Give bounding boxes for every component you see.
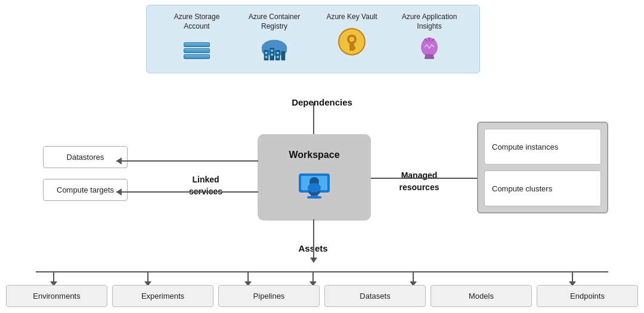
environments-box: Environments (6, 285, 107, 307)
dep-item-keyvault: Azure Key Vault (322, 13, 382, 57)
storage-icon (182, 36, 212, 66)
dep-item-storage: Azure Storage Account (167, 13, 227, 66)
datasets-box: Datasets (324, 285, 426, 307)
dep-down-arrow (313, 103, 314, 135)
managed-resources-box: Compute instances Compute clusters (477, 122, 608, 213)
linked-services-label: Linkedservices (170, 174, 242, 197)
compute-clusters-box: Compute clusters (484, 171, 601, 206)
assets-horiz-line (36, 271, 608, 272)
compute-instances-box: Compute instances (484, 129, 601, 165)
pipelines-box: Pipelines (218, 285, 320, 307)
keyvault-icon (337, 27, 367, 57)
assets-row: Environments Experiments Pipelines Datas… (6, 285, 638, 307)
arrow-to-compute (116, 191, 258, 193)
dep-storage-label: Azure Storage Account (167, 13, 227, 31)
svg-point-30 (308, 183, 321, 193)
endpoints-box: Endpoints (537, 285, 638, 307)
insights-icon (414, 36, 444, 66)
svg-rect-17 (353, 47, 355, 49)
svg-rect-8 (265, 56, 268, 58)
registry-icon (259, 36, 289, 66)
arrow-endpoints (572, 271, 573, 282)
workspace-label: Workspace (289, 150, 339, 160)
linked-services-items: Datastores Compute targets (43, 146, 128, 201)
arrow-to-datastores (116, 160, 258, 162)
svg-rect-5 (275, 50, 280, 60)
svg-rect-3 (264, 50, 269, 60)
svg-rect-11 (277, 52, 279, 54)
svg-point-15 (349, 37, 354, 42)
svg-rect-6 (281, 51, 286, 60)
workspace-person-icon (293, 165, 336, 205)
workspace-box: Workspace (258, 134, 371, 221)
arrow-environments (53, 271, 54, 282)
datastores-box: Datastores (43, 146, 128, 168)
managed-resources-label: Managedresources (380, 170, 458, 193)
arrow-to-managed (371, 178, 478, 179)
svg-rect-10 (271, 54, 273, 56)
dep-registry-label: Azure Container Registry (244, 13, 304, 31)
arrow-datasets (312, 271, 314, 282)
dep-insights-label: Azure Application Insights (400, 13, 459, 31)
arrow-experiments (147, 271, 148, 282)
diagram: Azure Storage Account Azure Container Re… (0, 0, 644, 313)
svg-rect-20 (425, 57, 434, 59)
svg-rect-9 (271, 49, 273, 52)
arrow-pipelines (247, 271, 249, 282)
models-box: Models (431, 285, 532, 307)
dependencies-box: Azure Storage Account Azure Container Re… (146, 5, 480, 73)
arrow-models (413, 271, 414, 282)
compute-targets-box: Compute targets (43, 179, 128, 201)
svg-rect-12 (277, 56, 279, 58)
assets-arrow-down (313, 219, 314, 258)
dep-keyvault-label: Azure Key Vault (326, 13, 377, 22)
svg-rect-27 (307, 196, 321, 199)
svg-rect-7 (265, 52, 268, 54)
experiments-box: Experiments (112, 285, 213, 307)
dep-item-registry: Azure Container Registry (244, 13, 304, 66)
dependencies-label: Dependencies (292, 97, 352, 107)
dep-item-insights: Azure Application Insights (400, 13, 459, 66)
